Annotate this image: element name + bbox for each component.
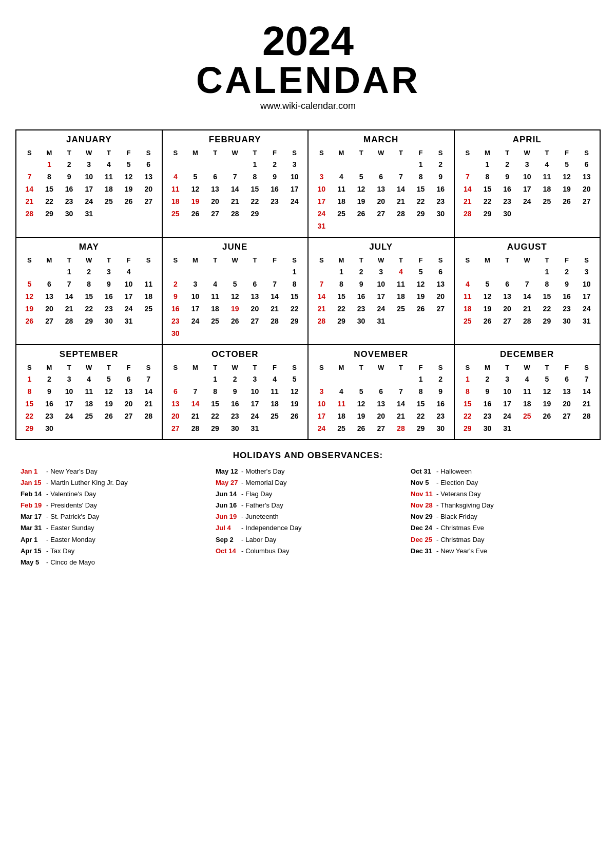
holiday-entry: Sep 2-Labor Day <box>216 534 400 546</box>
day-cell: 10 <box>79 171 99 182</box>
day-cell <box>20 266 40 277</box>
day-cell: 29 <box>284 315 304 327</box>
day-cell <box>185 373 205 385</box>
day-header: S <box>139 148 159 158</box>
day-cell: 23 <box>351 303 371 314</box>
day-cell: 6 <box>139 159 159 170</box>
day-cell: 7 <box>312 278 332 290</box>
day-header: W <box>517 363 537 372</box>
day-cell: 18 <box>391 291 411 302</box>
day-cell: 13 <box>371 398 391 409</box>
day-header: T <box>205 363 225 372</box>
day-cell: 21 <box>139 398 159 409</box>
day-cell: 23 <box>166 315 186 327</box>
day-cell: 28 <box>225 208 245 219</box>
day-cell: 11 <box>79 386 99 397</box>
day-cell: 21 <box>312 303 332 314</box>
day-cell: 1 <box>59 266 79 277</box>
holiday-name: Cinco de Mayo <box>50 557 95 568</box>
day-cell: 31 <box>79 208 99 219</box>
day-cell: 9 <box>477 386 497 397</box>
day-cell: 18 <box>458 303 478 314</box>
day-cell: 23 <box>40 410 60 422</box>
day-cell <box>351 220 371 232</box>
holiday-date: Jun 14 <box>216 489 239 500</box>
month-block-march: MARCHSMTWTFS1234567891011121314151617181… <box>309 130 455 238</box>
holiday-dash: - <box>46 500 48 511</box>
day-cell <box>79 423 99 434</box>
day-cell: 27 <box>40 315 60 327</box>
day-cell <box>312 266 332 277</box>
day-cell: 6 <box>371 171 391 182</box>
day-header: T <box>497 255 517 265</box>
holiday-date: May 12 <box>216 466 239 477</box>
day-cell: 4 <box>205 278 225 290</box>
day-header: M <box>40 255 60 265</box>
day-cell: 29 <box>20 423 40 434</box>
day-cell: 5 <box>477 278 497 290</box>
day-header: F <box>411 148 431 158</box>
day-cell: 22 <box>411 196 431 207</box>
day-cell: 10 <box>371 278 391 290</box>
day-cell: 18 <box>332 196 352 207</box>
day-cell: 28 <box>576 410 596 422</box>
day-cell: 27 <box>139 196 159 207</box>
day-cell: 13 <box>371 183 391 195</box>
holiday-name: Independence Day <box>245 522 301 534</box>
day-cell: 2 <box>351 266 371 277</box>
month-name: JANUARY <box>20 135 159 145</box>
day-cell: 11 <box>265 386 285 397</box>
day-cell: 30 <box>40 423 60 434</box>
day-cell: 16 <box>59 183 79 195</box>
day-cell: 1 <box>284 266 304 277</box>
day-cell: 21 <box>458 196 478 207</box>
day-cell: 20 <box>245 303 265 314</box>
day-cell <box>351 159 371 170</box>
day-cell: 25 <box>139 303 159 314</box>
day-cell: 12 <box>284 386 304 397</box>
day-cell: 5 <box>119 159 139 170</box>
day-cell: 2 <box>477 373 497 385</box>
day-header: F <box>119 255 139 265</box>
holiday-name: Halloween <box>440 466 472 477</box>
month-name: JULY <box>312 242 451 252</box>
holiday-dash: - <box>241 477 243 489</box>
day-cell <box>225 159 245 170</box>
day-cell: 5 <box>411 266 431 277</box>
day-header: W <box>225 148 245 158</box>
day-cell: 24 <box>59 410 79 422</box>
month-name: OCTOBER <box>166 349 305 360</box>
day-cell: 26 <box>99 410 119 422</box>
holiday-entry: Nov 28-Thanksgiving Day <box>411 500 595 511</box>
holiday-date: Oct 14 <box>216 546 239 557</box>
day-cell: 28 <box>312 315 332 327</box>
day-cell: 5 <box>537 373 557 385</box>
day-cell: 17 <box>312 410 332 422</box>
day-cell: 12 <box>411 278 431 290</box>
day-cell: 8 <box>537 278 557 290</box>
day-cell: 10 <box>497 386 517 397</box>
day-cell: 13 <box>40 291 60 302</box>
day-cell: 29 <box>411 208 431 219</box>
day-cell <box>371 220 391 232</box>
day-cell <box>205 266 225 277</box>
holiday-name: Easter Sunday <box>50 522 94 534</box>
month-name: APRIL <box>458 135 597 145</box>
holiday-date: Dec 31 <box>411 546 434 557</box>
day-header: W <box>371 363 391 372</box>
holiday-name: Black Friday <box>440 511 477 522</box>
day-header: T <box>205 255 225 265</box>
day-cell: 9 <box>497 171 517 182</box>
day-cell: 7 <box>265 278 285 290</box>
holiday-entry: Feb 14-Valentine's Day <box>21 489 205 500</box>
day-header: W <box>225 363 245 372</box>
day-cell <box>312 159 332 170</box>
holiday-entry: Oct 14-Columbus Day <box>216 546 400 557</box>
day-cell: 4 <box>79 373 99 385</box>
day-cell: 19 <box>537 398 557 409</box>
holiday-entry: Apr 1-Easter Monday <box>21 534 205 546</box>
day-cell: 15 <box>40 183 60 195</box>
month-name: DECEMBER <box>458 349 597 360</box>
day-cell: 8 <box>245 171 265 182</box>
day-cell: 15 <box>284 291 304 302</box>
